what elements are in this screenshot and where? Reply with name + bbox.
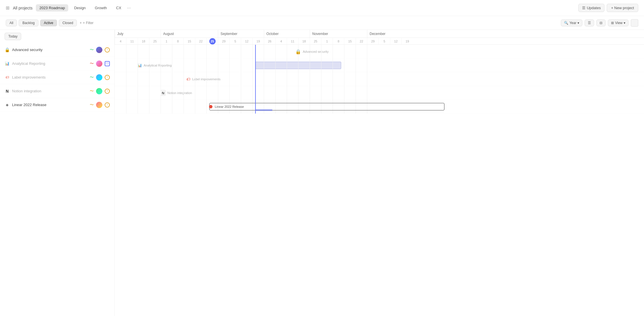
- tab-growth[interactable]: Growth: [91, 4, 110, 11]
- filter-right-controls: 🔍 Year ▾ ☰ ⊟ ⊞ View ▾: [561, 19, 638, 27]
- list-item[interactable]: 🏷 Label improvements 〜 !: [0, 71, 114, 84]
- dates-header-row: 4 11 18 25 1 8 15 22 25 29 5 12 19: [115, 38, 644, 45]
- date-aug-8: 8: [172, 38, 184, 44]
- month-december: December: [367, 30, 401, 38]
- activity-pulse-icon: 〜: [90, 47, 94, 52]
- notion-gantt-icon: N: [161, 90, 165, 95]
- date-sep-12: 12: [241, 38, 252, 44]
- gantt-rows: 🔒 Advanced security 📊 Analytical Reporti…: [115, 45, 644, 114]
- date-oct-4: 4: [275, 38, 287, 44]
- months-header-row: July August September October November D…: [115, 30, 644, 38]
- linear-sub-bar: [255, 109, 272, 111]
- date-aug-29: 29: [218, 38, 229, 44]
- gantt-row: 📊 Analytical Reporting: [115, 58, 644, 72]
- date-aug-22: 22: [195, 38, 206, 44]
- month-july: July: [115, 30, 161, 38]
- avatar: [96, 47, 102, 53]
- chevron-down-icon: ▾: [577, 21, 579, 25]
- priority-icon: !: [105, 75, 110, 80]
- list-item[interactable]: 🔒 Advanced security 〜 !: [0, 43, 114, 57]
- date-dec-12: 12: [390, 38, 401, 44]
- priority-icon: !: [105, 47, 110, 52]
- date-nov-29: 29: [367, 38, 378, 44]
- grid-line: [206, 45, 207, 114]
- date-sep-5: 5: [229, 38, 241, 44]
- app-container: ⊞ All projects 2023 Roadmap Design Growt…: [0, 0, 644, 316]
- main-content: Today 🔒 Advanced security 〜 ! 📊 Analytic…: [0, 30, 644, 316]
- project-tag-icon: 🏷: [5, 75, 10, 80]
- date-oct-18: 18: [298, 38, 310, 44]
- milestone-advanced-security: 🔒 Advanced security: [295, 49, 329, 54]
- filter-bar: All Backlog Active Closed + + Filter 🔍 Y…: [0, 16, 644, 30]
- gantt-chart-area: July August September October November D…: [115, 30, 644, 316]
- gantt-row: Linear 2022 Release: [115, 100, 644, 114]
- updates-button[interactable]: ☰ Updates: [578, 4, 604, 12]
- date-dec-5: 5: [378, 38, 390, 44]
- search-icon: 🔍: [564, 21, 568, 25]
- priority-icon: !: [105, 89, 110, 94]
- avatar: [96, 74, 102, 81]
- grid-icon: ⊞: [6, 5, 9, 11]
- filter-all[interactable]: All: [6, 19, 17, 26]
- milestone-label-improvements: 🏷 Label improvements: [186, 77, 220, 81]
- grid-line: [138, 45, 138, 114]
- month-october: October: [264, 30, 310, 38]
- compact-view-button[interactable]: ⊟: [596, 19, 606, 26]
- project-name: Analytical Reporting: [12, 61, 87, 66]
- more-tabs-icon[interactable]: ···: [127, 5, 131, 11]
- add-filter[interactable]: + + Filter: [80, 21, 93, 25]
- grid-view-icon: ⊞: [611, 21, 614, 25]
- view-chevron-icon: ▾: [624, 21, 625, 25]
- date-oct-11: 11: [287, 38, 298, 44]
- layout-toggle[interactable]: [631, 19, 638, 27]
- list-item[interactable]: ◈ Linear 2022 Release 〜 !: [0, 98, 114, 112]
- activity-pulse-icon: 〜: [90, 75, 94, 80]
- today-button[interactable]: Today: [5, 33, 21, 40]
- date-aug-15: 15: [184, 38, 195, 44]
- plus-icon: +: [80, 21, 82, 25]
- project-bars-icon: 📊: [5, 61, 10, 66]
- activity-pulse-icon: 〜: [90, 102, 94, 108]
- date-nov-1: 1: [321, 38, 333, 44]
- list-item[interactable]: 📊 Analytical Reporting 〜 🛡: [0, 57, 114, 71]
- bars-gantt-icon: 📊: [138, 63, 142, 67]
- all-projects-label[interactable]: All projects: [13, 6, 32, 10]
- linear-start-marker: [209, 105, 212, 108]
- project-rows: 🔒 Advanced security 〜 ! 📊 Analytical Rep…: [0, 43, 114, 316]
- month-september: September: [218, 30, 264, 38]
- linear-bar-label: Linear 2022 Release: [212, 105, 244, 108]
- year-filter-button[interactable]: 🔍 Year ▾: [561, 19, 582, 26]
- today-indicator: 25: [209, 38, 216, 44]
- date-aug-1: 1: [161, 38, 172, 44]
- nav-actions: ☰ Updates + New project: [578, 4, 638, 12]
- filter-active[interactable]: Active: [40, 19, 57, 26]
- date-nov-22: 22: [356, 38, 367, 44]
- tab-cx[interactable]: CX: [113, 4, 125, 11]
- date-jul-25: 25: [149, 38, 161, 44]
- grid-line: [149, 45, 149, 114]
- project-list-panel: Today 🔒 Advanced security 〜 ! 📊 Analytic…: [0, 30, 115, 316]
- tab-design[interactable]: Design: [71, 4, 89, 11]
- month-august: August: [161, 30, 218, 38]
- avatar: [96, 61, 102, 67]
- list-item[interactable]: N Notion integration 〜 !: [0, 84, 114, 98]
- list-view-button[interactable]: ☰: [585, 19, 594, 26]
- date-nov-15: 15: [344, 38, 356, 44]
- milestone-label: Advanced security: [303, 50, 329, 53]
- view-button[interactable]: ⊞ View ▾: [608, 19, 629, 26]
- filter-closed[interactable]: Closed: [59, 19, 77, 26]
- gantt-container: July August September October November D…: [115, 30, 644, 114]
- gantt-bar-linear[interactable]: Linear 2022 Release: [209, 103, 444, 110]
- date-aug-25-today: 25: [206, 38, 218, 44]
- activity-pulse-icon: 〜: [90, 89, 94, 94]
- project-linear-icon: ◈: [5, 102, 10, 108]
- gantt-row: 🏷 Label improvements: [115, 72, 644, 86]
- filter-backlog[interactable]: Backlog: [19, 19, 38, 26]
- new-project-button[interactable]: + New project: [607, 4, 638, 12]
- gantt-row: N Notion integration: [115, 86, 644, 100]
- date-sep-26: 26: [264, 38, 275, 44]
- project-name: Label improvements: [12, 75, 87, 79]
- gantt-row: 🔒 Advanced security: [115, 45, 644, 58]
- tab-2023-roadmap[interactable]: 2023 Roadmap: [36, 4, 68, 11]
- date-nov-8: 8: [333, 38, 344, 44]
